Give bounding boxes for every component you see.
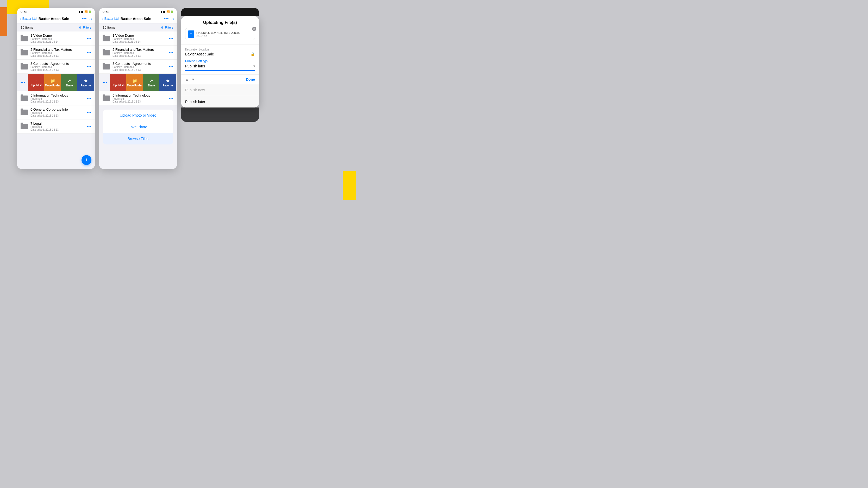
take-photo-btn[interactable]: Take Photo xyxy=(103,121,173,133)
item-info-2-0: 1 Video Demo Partially Published Date ad… xyxy=(113,34,169,43)
move-btn-1[interactable]: 📁 Move Folder xyxy=(44,74,61,91)
move-label-2: Move Folder xyxy=(127,84,143,87)
item-status-2-1: Partially Published xyxy=(113,52,169,55)
unpublish-btn-1[interactable]: ↑ Unpublish xyxy=(28,74,44,91)
nav-up-arrow[interactable]: ▲ xyxy=(185,77,189,82)
items-header-1: 15 items ⚙ Filters xyxy=(17,24,95,32)
home-icon-2[interactable]: ⌂ xyxy=(172,17,174,21)
item-menu-1-0[interactable]: ••• xyxy=(87,36,91,41)
move-btn-2[interactable]: 📁 Move Folder xyxy=(126,74,143,91)
nav-down-arrow[interactable]: ▼ xyxy=(191,77,195,82)
item-name-1-5: 7 Legal xyxy=(30,122,87,125)
item-info-1-5: 7 Legal Published Date added: 2018-12-13 xyxy=(30,122,87,131)
item-menu-1-2[interactable]: ••• xyxy=(87,65,91,69)
item-menu-2-extra[interactable]: ••• xyxy=(100,80,110,85)
back-arrow-2[interactable]: ‹ xyxy=(102,17,103,21)
item-menu-1-5[interactable]: ••• xyxy=(87,124,91,129)
item-menu-extra[interactable]: ••• xyxy=(18,80,28,85)
list-item-2-3[interactable]: 5 Information Technology Published Date … xyxy=(99,91,177,105)
item-status-1-3: Published xyxy=(30,97,87,100)
screen3-wrapper: Uploading File(s) F6CDD9E5-5124-4E82-B7F… xyxy=(181,8,259,122)
action-row-2: ↑ Unpublish 📁 Move Folder ↗ Share ★ Favo… xyxy=(110,74,176,91)
folder-icon-1-2 xyxy=(21,64,28,69)
dest-value-text: Baxter Asset Sale xyxy=(185,52,214,56)
unpublish-label-1: Unpublish xyxy=(30,84,42,87)
nav-right-1: ••• ⌂ xyxy=(82,17,92,21)
item-menu-1-3[interactable]: ••• xyxy=(87,96,91,100)
browse-files-btn[interactable]: Browse Files xyxy=(103,133,173,144)
item-menu-2-1[interactable]: ••• xyxy=(169,51,174,55)
item-name-2-2: 3 Contracts - Agreements xyxy=(113,62,169,66)
nav-dots-1[interactable]: ••• xyxy=(82,17,87,21)
file-chip-close-btn[interactable]: ✕ xyxy=(252,27,256,31)
item-status-2-0: Partially Published xyxy=(113,37,169,40)
done-button[interactable]: Done xyxy=(246,77,255,82)
fab-button-1[interactable]: + xyxy=(82,155,91,165)
list-item-1-1[interactable]: 2 Financial and Tax Matters Partially Pu… xyxy=(17,45,95,60)
file-chip: F6CDD9E5-5124-4E82-B7F0-20B9B... 292.24 … xyxy=(185,28,255,40)
list-item-1-5[interactable]: 7 Legal Published Date added: 2018-12-13… xyxy=(17,120,95,133)
item-date-1-2: Date added: 2018-12-13 xyxy=(30,68,87,71)
move-label-1: Move Folder xyxy=(45,84,60,87)
file-chip-name: F6CDD9E5-5124-4E82-B7F0-20B9B... xyxy=(196,32,252,34)
nav-dots-2[interactable]: ••• xyxy=(164,17,169,21)
list-item-1-3[interactable]: 5 Information Technology Published Date … xyxy=(17,91,95,105)
item-date-1-0: Date added: 2021-06-14 xyxy=(30,40,87,43)
item-status-1-5: Published xyxy=(30,125,87,128)
upload-title: Uploading File(s) xyxy=(185,20,255,25)
list-item-1-2[interactable]: 3 Contracts - Agreements Partially Publi… xyxy=(17,60,95,74)
list-item-2-0[interactable]: 1 Video Demo Partially Published Date ad… xyxy=(99,32,177,45)
item-status-1-4: Published xyxy=(30,111,87,114)
publish-value: Publish later xyxy=(185,64,205,68)
item-date-1-1: Date added: 2018-12-13 xyxy=(30,55,87,57)
item-date-2-2: Date added: 2018-12-13 xyxy=(113,68,169,71)
item-status-2-2: Partially Published xyxy=(113,66,169,68)
status-time-2: 9:58 xyxy=(103,10,110,14)
item-info-2-2: 3 Contracts - Agreements Partially Publi… xyxy=(113,62,169,71)
item-status-2-3: Published xyxy=(113,97,169,100)
filters-btn-1[interactable]: ⚙ Filters xyxy=(79,26,91,29)
folder-icon-1-3 xyxy=(21,96,28,101)
item-info-1-3: 5 Information Technology Published Date … xyxy=(30,93,87,103)
item-menu-2-0[interactable]: ••• xyxy=(169,36,174,41)
dark-bottom-bar xyxy=(181,107,259,122)
item-date-2-3: Date added: 2018-12-13 xyxy=(113,100,169,103)
items-header-2: 15 items ⚙ Filters xyxy=(99,24,177,32)
status-time-1: 9:58 xyxy=(21,10,27,14)
folder-icon-1-5 xyxy=(21,124,28,129)
item-status-1-1: Partially Published xyxy=(30,52,87,55)
upload-photo-video-btn[interactable]: Upload Photo or Video xyxy=(103,109,173,121)
share-icon-2: ↗ xyxy=(150,78,153,83)
item-status-1-0: Partially Published xyxy=(30,37,87,40)
nav-parent-2[interactable]: Baxter Ltd. xyxy=(104,17,120,21)
list-item-1-0[interactable]: 1 Video Demo Partially Published Date ad… xyxy=(17,32,95,45)
favorite-btn-2[interactable]: ★ Favorite xyxy=(159,74,176,91)
item-menu-1-4[interactable]: ••• xyxy=(87,110,91,115)
list-item-2-1[interactable]: 2 Financial and Tax Matters Partially Pu… xyxy=(99,45,177,60)
list-item-2-2[interactable]: 3 Contracts - Agreements Partially Publi… xyxy=(99,60,177,74)
share-btn-2[interactable]: ↗ Share xyxy=(143,74,160,91)
publish-now-option[interactable]: Publish now xyxy=(181,84,259,96)
favorite-btn-1[interactable]: ★ Favorite xyxy=(78,74,94,91)
nav-parent-1[interactable]: Baxter Ltd. xyxy=(22,17,37,21)
back-arrow-1[interactable]: ‹ xyxy=(20,17,21,21)
home-icon-1[interactable]: ⌂ xyxy=(89,17,92,21)
unpublish-btn-2[interactable]: ↑ Unpublish xyxy=(110,74,127,91)
publish-dropdown[interactable]: Publish later ▾ xyxy=(185,64,255,71)
publish-settings-label: Publish Settings xyxy=(185,59,255,63)
item-menu-2-2[interactable]: ••• xyxy=(169,65,174,69)
favorite-label-2: Favorite xyxy=(163,84,173,87)
filters-btn-2[interactable]: ⚙ Filters xyxy=(161,26,174,29)
share-btn-1[interactable]: ↗ Share xyxy=(61,74,78,91)
item-menu-2-3[interactable]: ••• xyxy=(169,96,174,100)
item-status-1-2: Partially Published xyxy=(30,66,87,68)
item-name-1-4: 6 General Corporate Info xyxy=(30,107,87,111)
bottom-menu: Upload Photo or Video Take Photo Browse … xyxy=(103,109,173,144)
list-item-1-4[interactable]: 6 General Corporate Info Published Date … xyxy=(17,105,95,120)
item-name-2-3: 5 Information Technology xyxy=(113,93,169,97)
status-icons-2: ▮▮▮ 📶 🔋 xyxy=(161,10,174,13)
item-menu-1-1[interactable]: ••• xyxy=(87,51,91,55)
publish-later-option[interactable]: Publish later xyxy=(181,96,259,107)
screen2: 9:58 ▮▮▮ 📶 🔋 ‹ Baxter Ltd. Baxter Asset … xyxy=(99,8,177,169)
item-name-1-2: 3 Contracts - Agreements xyxy=(30,62,87,66)
